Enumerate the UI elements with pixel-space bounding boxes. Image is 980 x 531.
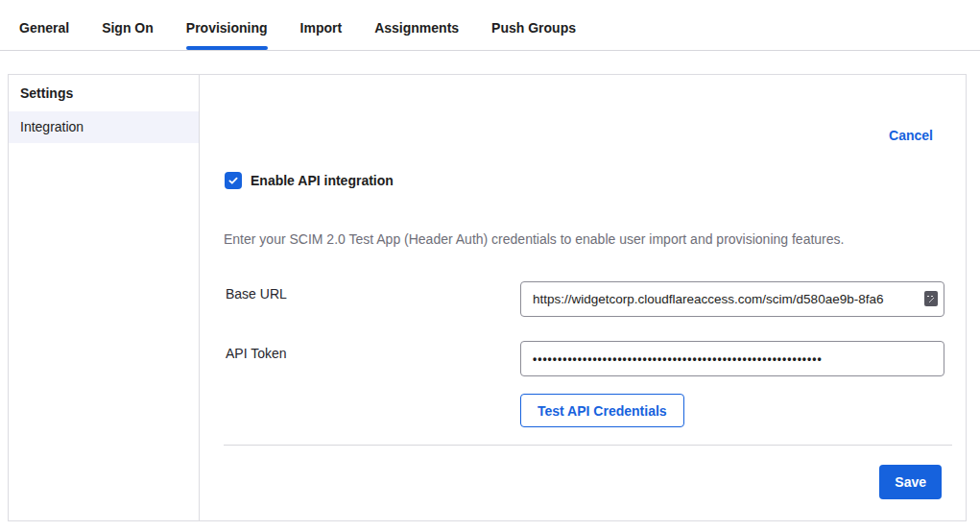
check-icon <box>227 175 239 186</box>
base-url-input[interactable] <box>520 281 944 317</box>
test-api-credentials-button[interactable]: Test API Credentials <box>520 394 684 427</box>
app-tab-bar: General Sign On Provisioning Import Assi… <box>0 0 980 51</box>
settings-sidebar: Settings Integration <box>9 75 200 520</box>
base-url-label: Base URL <box>226 286 287 302</box>
tab-assignments[interactable]: Assignments <box>374 0 459 50</box>
enable-api-checkbox-label: Enable API integration <box>251 173 394 188</box>
enable-api-checkbox[interactable] <box>225 172 242 189</box>
api-token-field-wrap <box>520 341 944 376</box>
tab-import[interactable]: Import <box>300 0 343 50</box>
save-button[interactable]: Save <box>879 465 942 499</box>
sidebar-item-integration[interactable]: Integration <box>9 111 199 143</box>
footer-divider <box>224 445 952 446</box>
sidebar-header: Settings <box>9 75 199 109</box>
base-url-field-wrap <box>520 281 944 317</box>
tab-provisioning[interactable]: Provisioning <box>186 0 268 50</box>
provisioning-panel: Settings Integration Cancel Enable API i… <box>8 74 967 521</box>
api-token-label: API Token <box>226 346 287 361</box>
tab-sign-on[interactable]: Sign On <box>102 0 154 50</box>
tab-push-groups[interactable]: Push Groups <box>491 0 576 50</box>
credentials-description: Enter your SCIM 2.0 Test App (Header Aut… <box>224 231 896 247</box>
enable-api-integration-row: Enable API integration <box>225 172 394 189</box>
tab-general[interactable]: General <box>19 0 69 50</box>
api-token-input[interactable] <box>520 341 944 376</box>
cancel-button[interactable]: Cancel <box>889 128 933 143</box>
